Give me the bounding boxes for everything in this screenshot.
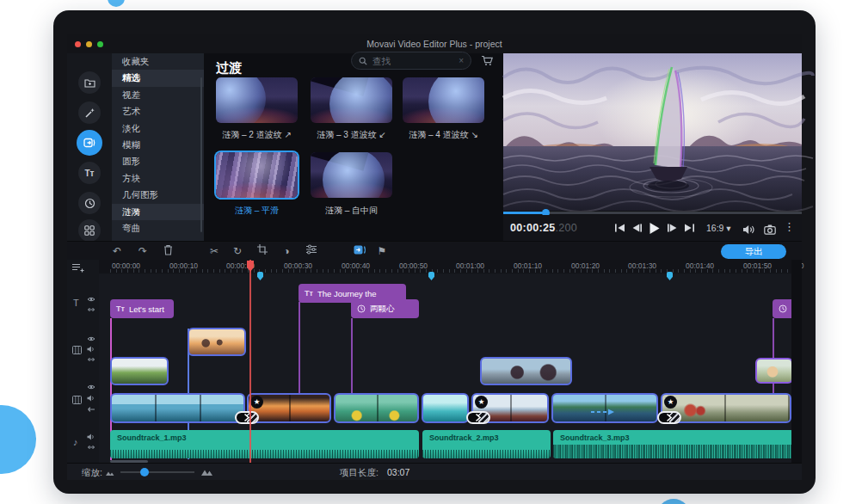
audio-clip-soundtrack-2[interactable]: Soundtrack_2.mp3 — [422, 430, 551, 458]
project-length-label: 项目长度: — [340, 464, 379, 481]
play-button[interactable] — [649, 223, 660, 234]
transition-arrow-icon — [476, 414, 481, 421]
overlay-clip-motorbike[interactable] — [480, 357, 572, 385]
timeline-track-rail: T ♪ — [67, 260, 99, 463]
zoom-in-icon[interactable] — [201, 469, 213, 476]
audio-waveform — [110, 450, 419, 458]
title-track-link-toggle[interactable] — [87, 306, 95, 313]
video-track-mute-toggle[interactable] — [87, 395, 95, 402]
overlay-track-visibility-toggle[interactable] — [87, 335, 95, 342]
overlay-clip-selfie[interactable] — [755, 358, 793, 384]
transition-thumb-ripple-2[interactable] — [216, 77, 298, 123]
aspect-ratio-select[interactable]: 16:9 ▾ — [706, 223, 731, 233]
audio-track-link-toggle[interactable] — [87, 444, 95, 451]
import-media-button[interactable] — [78, 71, 101, 94]
toolbar: ↶ ↷ ✂ ↻ ◑ ⚑ 导出 — [67, 241, 802, 260]
timecode-frac: .200 — [555, 222, 577, 234]
delete-button[interactable] — [161, 244, 175, 258]
video-track-arrange-button[interactable] — [87, 406, 95, 413]
video-track-visibility-toggle[interactable] — [87, 384, 95, 390]
search-input[interactable] — [372, 56, 453, 66]
search-box[interactable]: × — [351, 52, 471, 70]
video-clip-surf[interactable] — [422, 393, 469, 423]
title-track-visibility-toggle[interactable] — [87, 296, 95, 303]
overlay-clip-mountains[interactable] — [110, 357, 169, 385]
category-circle[interactable]: 圆形 — [112, 153, 204, 169]
zoom-out-icon[interactable] — [106, 470, 114, 476]
audio-track-mute-toggle[interactable] — [87, 433, 95, 440]
title-clip-hearts[interactable]: 两颗心 — [351, 299, 419, 318]
video-clip-mountain-lake[interactable] — [551, 393, 658, 423]
redo-button[interactable]: ↷ — [136, 244, 150, 258]
title-clip-partial[interactable] — [773, 299, 791, 318]
transition-thumb-ripple-4[interactable] — [403, 77, 484, 123]
transition-badge[interactable] — [657, 411, 681, 424]
category-ripple[interactable]: 涟漪 — [112, 204, 204, 220]
previous-frame-button[interactable] — [632, 224, 642, 232]
more-tools-button[interactable] — [78, 219, 101, 242]
timeline-ruler[interactable]: 00:00:00 00:00:10 00:00:20 00:00:30 00:0… — [99, 260, 802, 274]
title-clip-lets-start[interactable]: TтLet's start — [110, 299, 174, 318]
folder-plus-icon — [84, 78, 95, 88]
zoom-slider-handle[interactable] — [140, 468, 149, 476]
transition-thumb-ripple-3[interactable] — [311, 77, 392, 123]
add-track-button[interactable] — [72, 263, 83, 273]
redo-icon: ↷ — [139, 245, 147, 257]
marker-flag-button[interactable]: ⚑ — [375, 244, 389, 258]
trash-icon — [163, 244, 173, 255]
transition-badge[interactable] — [466, 411, 490, 424]
category-geometry[interactable]: 几何图形 — [112, 187, 204, 203]
undo-button[interactable]: ↶ — [110, 244, 124, 258]
transition-thumb-ripple-smooth-selected[interactable] — [216, 152, 298, 198]
category-blocks[interactable]: 方块 — [112, 170, 204, 187]
transition-thumb-ripple-center[interactable] — [311, 152, 392, 198]
export-button[interactable]: 导出 — [721, 244, 786, 259]
category-warp[interactable]: 弯曲 — [112, 220, 204, 237]
titles-button[interactable]: Tт — [78, 162, 101, 184]
skip-forward-button[interactable] — [685, 224, 694, 232]
overlay-clip-people[interactable] — [188, 328, 246, 356]
playhead-line[interactable] — [249, 260, 251, 463]
timeline-marker[interactable] — [667, 272, 673, 280]
rotate-button[interactable]: ↻ — [231, 244, 244, 258]
transitions-button[interactable] — [77, 130, 102, 156]
transition-icon — [83, 138, 95, 148]
ripple-art — [323, 152, 385, 198]
clear-search-icon[interactable]: × — [459, 56, 464, 65]
stickers-button[interactable] — [78, 192, 101, 214]
crop-button[interactable] — [255, 244, 269, 258]
timeline-marker[interactable] — [257, 272, 263, 280]
category-blur[interactable]: 模糊 — [112, 137, 204, 153]
more-options-button[interactable]: ⋮ — [784, 220, 795, 233]
color-adjustments-button[interactable]: ◑ — [280, 244, 293, 258]
video-clip-kayaks[interactable] — [334, 393, 419, 423]
store-cart-button[interactable] — [481, 54, 494, 70]
clip-properties-button[interactable] — [305, 244, 318, 258]
overlay-track-link-toggle[interactable] — [87, 356, 95, 363]
category-favorites[interactable]: 收藏夹 — [112, 53, 204, 70]
audio-waveform — [553, 445, 794, 458]
audio-clip-soundtrack-1[interactable]: Soundtrack_1.mp3 — [110, 430, 419, 458]
category-featured[interactable]: 精选 — [112, 70, 204, 86]
category-fade[interactable]: 淡化 — [112, 120, 204, 137]
overlay-track-mute-toggle[interactable] — [87, 346, 95, 353]
video-clip-lake[interactable] — [110, 393, 245, 423]
seek-bar[interactable] — [503, 212, 802, 214]
filters-button[interactable] — [78, 101, 101, 124]
zoom-slider-track[interactable] — [120, 471, 194, 473]
category-scrollbar[interactable] — [200, 77, 202, 232]
status-bar: 缩放: 项目长度: 03:07 — [67, 463, 802, 480]
category-art[interactable]: 艺术 — [112, 103, 204, 120]
snapshot-button[interactable] — [764, 223, 776, 238]
next-frame-button[interactable] — [668, 224, 677, 232]
split-button[interactable]: ✂ — [207, 244, 221, 258]
transition-wizard-button[interactable] — [353, 244, 366, 258]
timecode: 00:00:25.200 — [510, 222, 577, 234]
transition-badge[interactable] — [235, 411, 259, 424]
audio-clip-soundtrack-3[interactable]: Soundtrack_3.mp3 — [553, 430, 794, 458]
category-parallax[interactable]: 视差 — [112, 87, 204, 103]
timeline-marker[interactable] — [428, 272, 434, 280]
preview-video-frame[interactable] — [503, 53, 802, 211]
volume-button[interactable] — [742, 223, 754, 238]
skip-back-button[interactable] — [615, 224, 625, 232]
